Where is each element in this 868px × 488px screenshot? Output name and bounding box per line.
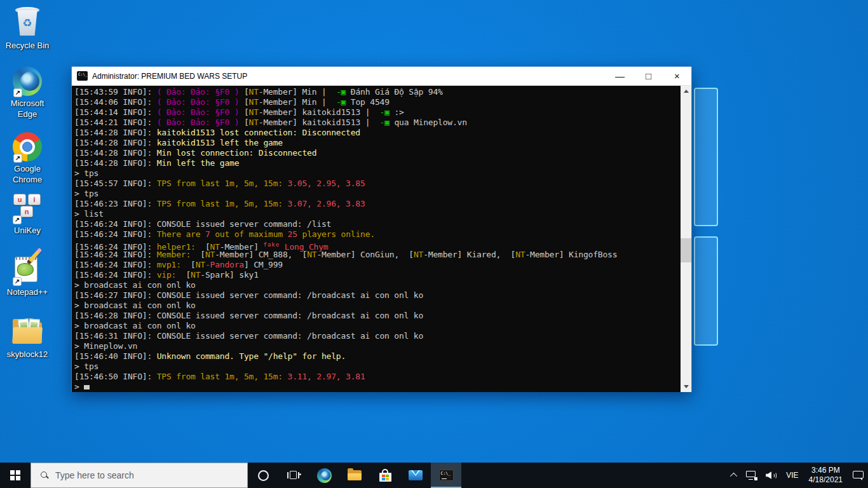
taskbar: C:\_ VIE 3:46 PM 4/18/2021 <box>0 463 868 488</box>
file-explorer-icon <box>348 470 362 480</box>
cortana-icon <box>258 470 269 481</box>
language-indicator[interactable]: VIE <box>782 463 803 488</box>
action-center-icon <box>853 471 864 480</box>
shortcut-arrow-icon: ↗ <box>13 215 22 224</box>
taskbar-mail-button[interactable] <box>400 463 431 488</box>
show-hidden-icons-button[interactable] <box>728 463 742 488</box>
recycle-bin-icon: ♻ <box>13 6 42 38</box>
scrollbar-thumb[interactable] <box>681 238 691 262</box>
chrome-icon: ↗ <box>13 132 42 161</box>
console-line: > broadcast ai con onl ko <box>74 321 678 331</box>
console-line: [15:46:40 INFO]: Unknown command. Type "… <box>74 351 678 362</box>
text-cursor <box>84 385 90 390</box>
console-window: C:\_ Administrator: PREMIUM BED WARS SET… <box>71 66 692 392</box>
cortana-button[interactable] <box>248 463 278 488</box>
clock-date: 4/18/2021 <box>809 475 843 485</box>
windows-logo-icon <box>10 470 20 480</box>
console-line: [15:44:14 INFO]: ( Đảo: Đảo: §F0 ) [NT-M… <box>74 107 678 118</box>
desktop-icon-skyblock12[interactable]: skyblock12 <box>0 318 55 360</box>
console-line: [15:46:24 INFO]: CONSOLE issued server c… <box>74 219 678 229</box>
cmd-icon: C:\_ <box>77 71 88 81</box>
scroll-down-icon[interactable] <box>681 381 691 392</box>
console-line: > broadcast ai con onl ko <box>74 301 678 311</box>
console-line: [15:43:59 INFO]: ( Đảo: Đảo: §F0 ) [NT-M… <box>74 87 678 97</box>
wallpaper-light-beam <box>694 88 718 226</box>
console-line: [15:44:28 INFO]: kaitokid1513 lost conne… <box>74 128 678 138</box>
console-line: [15:44:28 INFO]: kaitokid1513 left the g… <box>74 138 678 148</box>
console-line: > Mineplow.vn <box>74 341 678 351</box>
shortcut-arrow-icon: ↗ <box>13 154 22 163</box>
scroll-up-icon[interactable] <box>681 86 691 97</box>
unikey-icon: uin ↗ <box>12 194 43 223</box>
wallpaper-light-beam <box>694 236 718 346</box>
desktop-icon-label: Recycle Bin <box>0 40 55 51</box>
console-line: [15:44:28 INFO]: Min left the game <box>74 158 678 168</box>
console-line: [15:44:06 INFO]: ( Đảo: Đảo: §F0 ) [NT-M… <box>74 97 678 107</box>
window-title: Administrator: PREMIUM BED WARS SETUP <box>92 72 606 81</box>
desktop-icon-notepad-plus-plus[interactable]: ↗ Notepad++ <box>0 253 55 297</box>
console-line: [15:46:28 INFO]: CONSOLE issued server c… <box>74 311 678 321</box>
console-line: > tps <box>74 362 678 372</box>
taskbar-file-explorer-button[interactable] <box>339 463 370 488</box>
clock-time: 3:46 PM <box>809 466 843 475</box>
console-line: > tps <box>74 168 678 179</box>
volume-button[interactable] <box>761 463 782 488</box>
desktop-icon-label: UniKey <box>0 225 55 236</box>
console-line: [15:44:21 INFO]: ( Đảo: Đảo: §F0 ) [NT-M… <box>74 118 678 128</box>
volume-icon <box>766 471 777 480</box>
console-line: [15:46:31 INFO]: CONSOLE issued server c… <box>74 331 678 341</box>
console-line: [15:46:24 INFO]: mvp1: [NT-Pandora] CM_9… <box>74 260 678 270</box>
shortcut-arrow-icon: ↗ <box>13 277 22 286</box>
taskbar-edge-button[interactable] <box>309 463 339 488</box>
console-line: [15:46:23 INFO]: TPS from last 1m, 5m, 1… <box>74 199 678 209</box>
system-tray: VIE 3:46 PM 4/18/2021 <box>728 463 868 488</box>
close-button[interactable]: × <box>663 67 691 85</box>
taskbar-search[interactable] <box>31 463 248 488</box>
console-line: [15:46:24 INFO]: There are 7 out of maxi… <box>74 229 678 240</box>
taskbar-clock[interactable]: 3:46 PM 4/18/2021 <box>803 463 848 488</box>
desktop-icon-label: Notepad++ <box>0 287 55 297</box>
console-body[interactable]: [15:43:59 INFO]: ( Đảo: Đảo: §F0 ) [NT-M… <box>72 86 691 392</box>
desktop-icon-label: Microsoft Edge <box>0 98 55 119</box>
desktop-icon-google-chrome[interactable]: ↗ Google Chrome <box>0 132 55 185</box>
console-line: > list <box>74 209 678 219</box>
window-titlebar[interactable]: C:\_ Administrator: PREMIUM BED WARS SET… <box>72 67 691 86</box>
console-output: [15:43:59 INFO]: ( Đảo: Đảo: §F0 ) [NT-M… <box>74 87 678 392</box>
edge-icon: ↗ <box>13 67 42 96</box>
console-line: [15:46:50 INFO]: TPS from last 1m, 5m, 1… <box>74 372 678 382</box>
folder-icon <box>11 318 44 347</box>
desktop: { "window": { "title": "Administrator: P… <box>0 0 868 488</box>
start-button[interactable] <box>0 463 31 488</box>
shortcut-arrow-icon: ↗ <box>13 88 22 97</box>
console-line: > broadcast ai con onl ko <box>74 280 678 290</box>
console-line: > <box>74 382 678 392</box>
console-line: [15:46:27 INFO]: CONSOLE issued server c… <box>74 290 678 301</box>
scrollbar[interactable] <box>681 86 691 392</box>
desktop-icon-microsoft-edge[interactable]: ↗ Microsoft Edge <box>0 67 55 119</box>
task-view-button[interactable] <box>278 463 309 488</box>
taskbar-store-button[interactable] <box>370 463 400 488</box>
desktop-icon-unikey[interactable]: uin ↗ UniKey <box>0 194 55 236</box>
desktop-icon-label: Google Chrome <box>0 163 55 185</box>
desktop-icon-label: skyblock12 <box>0 349 55 360</box>
console-line: [15:46:24 INFO]: helper1: [NT-Member] fa… <box>74 240 678 250</box>
search-input[interactable] <box>55 470 227 480</box>
taskbar-cmd-button-active[interactable]: C:\_ <box>431 463 461 488</box>
minimize-button[interactable]: — <box>606 67 634 85</box>
cmd-icon: C:\_ <box>439 470 454 481</box>
console-line: > tps <box>74 189 678 199</box>
chevron-up-icon <box>730 473 737 480</box>
action-center-button[interactable] <box>848 463 868 488</box>
edge-icon <box>317 468 332 483</box>
maximize-button[interactable]: □ <box>634 67 663 85</box>
network-icon <box>746 471 757 480</box>
console-line: [15:46:24 INFO]: vip: [NT-Spark] sky1 <box>74 270 678 280</box>
search-icon <box>40 471 49 480</box>
notepad-plus-plus-icon: ↗ <box>12 253 43 285</box>
microsoft-store-icon <box>379 469 391 482</box>
console-line: [15:46:24 INFO]: Member: [NT-Member] CM_… <box>74 250 678 260</box>
network-button[interactable] <box>742 463 761 488</box>
console-line: [15:45:57 INFO]: TPS from last 1m, 5m, 1… <box>74 179 678 189</box>
desktop-icon-recycle-bin[interactable]: ♻ Recycle Bin <box>0 6 55 51</box>
console-line: [15:44:28 INFO]: Min lost connection: Di… <box>74 148 678 158</box>
